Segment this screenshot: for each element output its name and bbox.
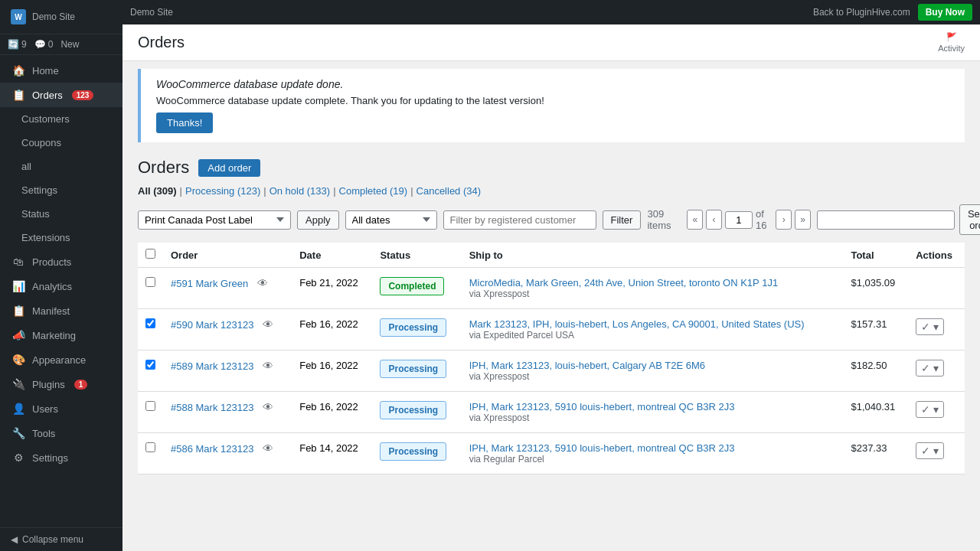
- eye-icon-0[interactable]: 👁: [257, 277, 268, 289]
- sidebar-item-coupons[interactable]: Coupons: [0, 131, 122, 155]
- action-dropdown-4[interactable]: ✓ ▾: [916, 442, 944, 459]
- order-link-3[interactable]: #588 Mark 123123: [171, 402, 253, 413]
- eye-icon-4[interactable]: 👁: [263, 442, 273, 455]
- filter-button[interactable]: Filter: [603, 210, 642, 230]
- select-all-checkbox[interactable]: [145, 249, 155, 259]
- ship-to-name-2[interactable]: IPH, Mark 123123, louis-hebert, Calgary …: [469, 360, 836, 371]
- updates-link[interactable]: 🔄 9: [8, 39, 27, 50]
- marketing-icon: 📣: [11, 329, 26, 341]
- ship-to-via-1: via Expedited Parcel USA: [469, 330, 836, 341]
- row-checkbox-2[interactable]: [145, 360, 155, 370]
- row-status-cell: Processing: [372, 433, 461, 474]
- row-date-cell: Feb 16, 2022: [292, 392, 372, 433]
- action-dropdown-1[interactable]: ✓ ▾: [916, 318, 944, 335]
- sidebar-item-customers[interactable]: Customers: [0, 107, 122, 131]
- sidebar-item-analytics[interactable]: 📊 Analytics: [0, 274, 122, 298]
- order-link-4[interactable]: #586 Mark 123123: [171, 443, 253, 455]
- settings-icon: ⚙: [11, 452, 26, 464]
- prev-page-button[interactable]: ‹: [706, 210, 722, 230]
- sidebar-item-manifest[interactable]: 📋 Manifest: [0, 298, 122, 323]
- admin-bar-right: Back to PluginHive.com Buy Now: [813, 4, 972, 21]
- order-link-2[interactable]: #589 Mark 123123: [171, 360, 253, 372]
- row-checkbox-0[interactable]: [145, 277, 155, 287]
- sidebar-item-users[interactable]: 👤 Users: [0, 396, 122, 421]
- sidebar: W Demo Site 🔄 9 💬 0 New 🏠 Home 📋 Orders …: [0, 0, 122, 551]
- sidebar-item-settings2[interactable]: ⚙ Settings: [0, 445, 122, 470]
- admin-bar: Demo Site Back to PluginHive.com Buy Now: [122, 0, 980, 24]
- sidebar-item-appearance[interactable]: 🎨 Appearance: [0, 347, 122, 372]
- table-row: #586 Mark 123123 👁 Feb 14, 2022 Processi…: [138, 433, 965, 474]
- apply-button[interactable]: Apply: [297, 210, 339, 230]
- sidebar-main-nav: 🏠 Home 📋 Orders 123 Customers Coupons al…: [0, 58, 122, 470]
- order-link-1[interactable]: #590 Mark 123123: [171, 319, 253, 331]
- tab-cancelled[interactable]: Cancelled (34): [416, 185, 482, 197]
- ship-to-name-3[interactable]: IPH, Mark 123123, 5910 louis-hebert, mon…: [469, 401, 836, 412]
- comments-link[interactable]: 💬 0: [34, 39, 54, 50]
- thanks-button[interactable]: Thanks!: [156, 112, 213, 133]
- ship-to-name-4[interactable]: IPH, Mark 123123, 5910 louis-hebert, mon…: [469, 442, 836, 454]
- row-actions-cell: ✓ ▾: [908, 309, 965, 350]
- status-badge-3: Processing: [380, 401, 446, 419]
- tab-on-hold[interactable]: On hold (133): [270, 185, 331, 197]
- collapse-menu-button[interactable]: ◀ Collapse menu: [0, 527, 122, 551]
- sidebar-item-reports[interactable]: all: [0, 155, 122, 178]
- sidebar-item-settings[interactable]: Settings: [0, 178, 122, 202]
- search-orders-input[interactable]: [817, 210, 955, 230]
- row-checkbox-cell: [138, 350, 163, 392]
- sidebar-item-products[interactable]: 🛍 Products: [0, 249, 122, 274]
- row-order-cell: #586 Mark 123123 👁: [163, 433, 292, 474]
- row-checkbox-3[interactable]: [145, 401, 155, 411]
- table-row: #590 Mark 123123 👁 Feb 16, 2022 Processi…: [138, 309, 965, 350]
- customer-filter-input[interactable]: [443, 210, 596, 230]
- search-orders-button[interactable]: Search orders: [959, 204, 980, 235]
- bulk-action-select[interactable]: Print Canada Post Label: [138, 210, 291, 230]
- ship-to-name-0[interactable]: MicroMedia, Mark Green, 24th Ave, Union …: [469, 277, 836, 289]
- notice-content: WooCommerce database update done. WooCom…: [156, 78, 544, 133]
- tab-processing[interactable]: Processing (123): [185, 185, 260, 197]
- back-to-pluginhive[interactable]: Back to PluginHive.com: [813, 7, 910, 18]
- row-checkbox-4[interactable]: [145, 442, 155, 452]
- sidebar-item-status[interactable]: Status: [0, 202, 122, 226]
- date-filter-select[interactable]: All dates: [345, 210, 437, 230]
- tab-all[interactable]: All (309): [138, 185, 177, 197]
- ship-to-name-1[interactable]: Mark 123123, IPH, louis-hebert, Los Ange…: [469, 318, 836, 330]
- row-order-cell: #591 Mark Green 👁: [163, 268, 292, 309]
- sidebar-item-marketing[interactable]: 📣 Marketing: [0, 323, 122, 347]
- sidebar-label-manifest: Manifest: [32, 305, 70, 317]
- ship-to-via-2: via Xpresspost: [469, 371, 836, 382]
- row-ship-to-cell: IPH, Mark 123123, 5910 louis-hebert, mon…: [462, 392, 844, 433]
- tab-completed[interactable]: Completed (19): [339, 185, 408, 197]
- activity-button[interactable]: 🚩 Activity: [938, 32, 965, 53]
- current-page-input[interactable]: [725, 211, 753, 229]
- total-col-header: Total: [843, 243, 908, 268]
- add-order-button[interactable]: Add order: [198, 159, 260, 177]
- sidebar-item-extensions[interactable]: Extensions: [0, 226, 122, 249]
- ship-to-col-header: Ship to: [462, 243, 844, 268]
- row-status-cell: Processing: [372, 309, 461, 350]
- action-dropdown-3[interactable]: ✓ ▾: [916, 401, 944, 418]
- eye-icon-2[interactable]: 👁: [263, 360, 273, 372]
- action-dropdown-2[interactable]: ✓ ▾: [916, 360, 944, 377]
- collapse-icon: ◀: [11, 534, 18, 545]
- buy-now-button[interactable]: Buy Now: [918, 4, 972, 21]
- row-date-cell: Feb 14, 2022: [292, 433, 372, 474]
- eye-icon-3[interactable]: 👁: [263, 401, 273, 413]
- admin-bar-site[interactable]: Demo Site: [130, 7, 173, 18]
- sidebar-item-tools[interactable]: 🔧 Tools: [0, 421, 122, 445]
- sidebar-label-reports: all: [21, 161, 31, 172]
- row-checkbox-1[interactable]: [145, 318, 155, 328]
- new-link[interactable]: New: [60, 39, 79, 50]
- sidebar-logo[interactable]: W Demo Site: [0, 0, 122, 34]
- row-date-cell: Feb 16, 2022: [292, 309, 372, 350]
- next-page-button[interactable]: ›: [776, 210, 792, 230]
- sidebar-item-plugins[interactable]: 🔌 Plugins 1: [0, 372, 122, 396]
- first-page-button[interactable]: «: [687, 210, 703, 230]
- order-link-0[interactable]: #591 Mark Green: [171, 278, 248, 289]
- sidebar-label-products: Products: [32, 256, 71, 268]
- last-page-button[interactable]: »: [795, 210, 811, 230]
- table-row: #589 Mark 123123 👁 Feb 16, 2022 Processi…: [138, 350, 965, 392]
- eye-icon-1[interactable]: 👁: [263, 318, 273, 331]
- main-content: Demo Site Back to PluginHive.com Buy Now…: [122, 0, 980, 551]
- sidebar-item-orders[interactable]: 📋 Orders 123: [0, 83, 122, 107]
- sidebar-item-home[interactable]: 🏠 Home: [0, 58, 122, 83]
